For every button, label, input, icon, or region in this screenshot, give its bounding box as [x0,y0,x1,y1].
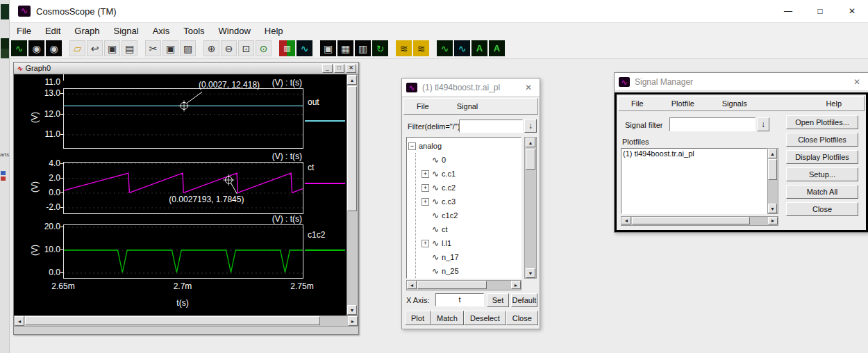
menu-axis[interactable]: Axis [146,24,177,38]
zoom-box-icon[interactable]: ⊡ [238,40,254,56]
manager-menu-help[interactable]: Help [819,98,849,109]
expand-icon[interactable]: + [422,240,429,247]
manager-setup-button[interactable]: Setup... [786,167,858,181]
plot-area[interactable]: (V) : t(s)(V)13.012.011.0(0.0027, 12.418… [14,74,347,315]
graph-maximize-button[interactable]: □ [334,64,344,73]
paste-icon[interactable]: ▨ [180,40,196,56]
zoom-fit-icon[interactable]: ⊙ [256,40,272,56]
maximize-button[interactable]: □ [804,0,836,22]
manager-match-all-button[interactable]: Match All [786,185,858,199]
manager-close-icon[interactable]: ✕ [850,77,864,87]
copy-icon[interactable]: ▣ [162,40,178,56]
scroll-up-button[interactable]: ▲ [526,138,535,147]
browser-titlebar[interactable]: ∿ (1) tl494boost.tr.ai_pl ✕ [402,79,540,97]
scrollbar-thumb[interactable] [632,217,750,224]
manager-close-button[interactable]: Close [786,202,858,216]
tree-item-ct[interactable]: ∿ct [422,222,521,236]
print-icon[interactable]: ▤ [122,40,137,56]
menu-window[interactable]: Window [212,24,258,38]
scroll-left-button[interactable]: ◄ [15,316,24,326]
scrollbar-thumb[interactable] [768,159,777,180]
plotfiles-vertical-scrollbar[interactable]: ▲ ▼ [767,148,778,214]
plotfiles-horizontal-scrollbar[interactable]: ◄ ► [621,216,778,226]
tree-root-item[interactable]: −analog [408,139,521,153]
plotfiles-list[interactable]: (1) tl494boost.tr.ai_pl [621,148,767,214]
browser-deselect-button[interactable]: Deselect [464,311,506,325]
scroll-down-button[interactable]: ▼ [347,305,357,315]
scroll-left-button[interactable]: ◄ [621,217,631,224]
manager-menu-signals[interactable]: Signals [715,98,754,109]
x-axis-value-field[interactable]: t [435,293,484,306]
save-icon[interactable]: ▣ [104,40,120,56]
scroll-down-button[interactable]: ▼ [526,268,535,278]
marker-icon-2[interactable]: ∿ [454,40,470,56]
table-icon[interactable]: ▥ [355,40,371,56]
signal-tree[interactable]: −analog∿0+∿c.c1+∿c.c2+∿c.c3∿c1c2∿ct+∿l.l… [406,137,521,279]
measure-icon-1[interactable]: ≋ [396,40,412,56]
browser-menu-file[interactable]: File [410,101,436,112]
marker-icon-1[interactable]: ∿ [437,40,453,56]
expand-icon[interactable]: + [422,170,429,178]
plotfile-item[interactable]: (1) tl494boost.tr.ai_pl [623,149,765,160]
filter-input[interactable] [459,120,523,133]
scroll-right-button[interactable]: ► [511,281,521,289]
measure-icon-2[interactable]: ≋ [413,40,429,56]
menu-help[interactable]: Help [258,24,290,38]
scroll-right-button[interactable]: ► [348,316,358,326]
manager-titlebar[interactable]: ∿ Signal Manager ✕ [615,73,868,91]
grid-icon[interactable]: ▦ [337,40,353,56]
scroll-up-button[interactable]: ▲ [768,149,777,158]
graph-vertical-scrollbar[interactable]: ▲ ▼ [347,74,358,315]
tree-horizontal-scrollbar[interactable]: ◄ ► [406,280,521,290]
close-button[interactable]: ✕ [836,0,868,22]
manager-display-plotfiles-button[interactable]: Display Plotfiles [786,150,858,164]
menu-file[interactable]: File [10,24,38,38]
label-icon-2[interactable]: A [489,40,505,56]
manager-open-plotfiles-button[interactable]: Open Plotfiles... [786,115,858,129]
tree-item-l-l1[interactable]: +∿l.l1 [422,236,521,250]
scrollbar-thumb[interactable] [526,149,535,170]
zoom-in-icon[interactable]: ⊕ [203,40,219,56]
redraw-icon[interactable]: ↻ [372,40,388,56]
menu-signal[interactable]: Signal [107,24,146,38]
minimize-button[interactable]: — [772,0,804,22]
graph-horizontal-scrollbar[interactable]: ◄ ► [14,315,358,327]
set-button[interactable]: Set [487,293,509,307]
signal-filter-dropdown-button[interactable]: ↓ [757,117,769,131]
filter-dropdown-button[interactable]: ↓ [524,119,537,133]
scrollbar-thumb[interactable] [347,86,357,211]
menu-graph[interactable]: Graph [67,24,106,38]
tree-item-c-c1[interactable]: +∿c.c1 [422,167,521,181]
browser-menu-signal[interactable]: Signal [450,101,485,112]
tree-item-c-c2[interactable]: +∿c.c2 [422,181,521,195]
open-plotfiles-icon[interactable]: ▱ [69,40,85,56]
menu-edit[interactable]: Edit [38,24,67,38]
browser-match-button[interactable]: Match [431,311,464,325]
reread-icon[interactable]: ↩ [87,40,103,56]
manager-menu-plotfile[interactable]: Plotfile [665,98,701,109]
graph-window-titlebar[interactable]: ∿ Graph0 _ □ ✕ [14,63,358,74]
manager-close-plotfiles-button[interactable]: Close Plotfiles [786,133,858,147]
scrollbar-thumb[interactable] [25,316,320,325]
scroll-down-button[interactable]: ▼ [768,204,777,213]
graph-minimize-button[interactable]: _ [322,64,333,73]
cut-icon[interactable]: ✂ [145,40,161,56]
signal-filter-input[interactable] [669,117,756,131]
plot-box-ct[interactable] [63,162,303,214]
plot-box-out[interactable] [63,88,303,149]
tree-item-0[interactable]: ∿0 [422,153,521,167]
browser-close-button[interactable]: Close [506,311,538,325]
scroll-right-button[interactable]: ► [768,217,778,224]
plot-colors-icon[interactable]: ▥ [279,40,295,56]
tree-item-n-17[interactable]: ∿n_17 [422,250,521,264]
expand-icon[interactable]: + [422,184,429,192]
tree-item-c-c3[interactable]: +∿c.c3 [422,195,521,208]
scroll-up-button[interactable]: ▲ [347,75,357,85]
browser-close-icon[interactable]: ✕ [521,83,535,92]
tree-vertical-scrollbar[interactable]: ▲ ▼ [524,137,537,279]
tree-item-c1c2[interactable]: ∿c1c2 [422,208,521,222]
waveform-display-icon[interactable]: ∿ [11,40,27,56]
collapse-expander-icon[interactable]: − [408,142,416,150]
zoom-out-icon[interactable]: ⊖ [221,40,237,56]
snapshot-icon[interactable]: ▣ [320,40,336,56]
